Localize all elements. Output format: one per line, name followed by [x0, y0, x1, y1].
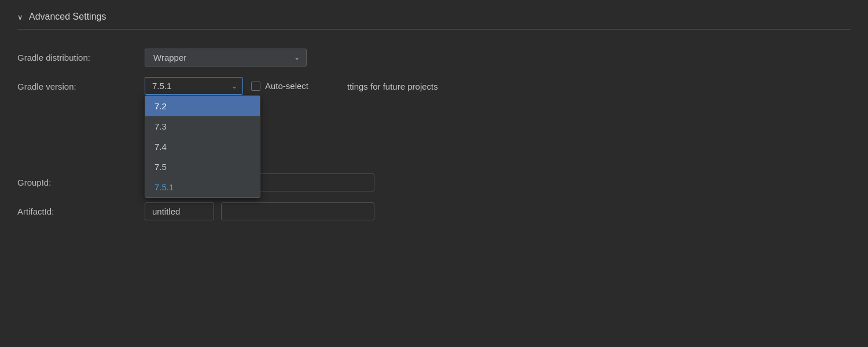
- auto-select-checkbox[interactable]: [251, 82, 260, 91]
- group-id-row: GroupId:: [17, 168, 851, 196]
- dropdown-item-7-2[interactable]: 7.2: [145, 96, 260, 116]
- auto-select-label: Auto-select: [265, 81, 308, 91]
- main-container: ∨ Advanced Settings Gradle distribution:…: [0, 0, 868, 347]
- section-chevron-icon[interactable]: ∨: [17, 13, 23, 21]
- artifact-id-extra-input[interactable]: [221, 202, 374, 220]
- gradle-distribution-row: Gradle distribution: Wrapper Local insta…: [17, 43, 851, 71]
- dropdown-item-7-4[interactable]: 7.4: [145, 136, 260, 157]
- gradle-version-input-wrapper: ⌄: [145, 77, 243, 95]
- save-settings-text: ttings for future projects: [347, 82, 438, 91]
- gradle-distribution-control: Wrapper Local installation Specific vers…: [145, 49, 307, 67]
- form-container: Gradle distribution: Wrapper Local insta…: [17, 43, 851, 225]
- gradle-version-label: Gradle version:: [17, 82, 145, 91]
- save-settings-area: ttings for future projects: [347, 82, 438, 91]
- gradle-version-row: Gradle version: ⌄ Auto-select 7.2: [17, 71, 851, 99]
- dropdown-item-7-3[interactable]: 7.3: [145, 116, 260, 136]
- artifact-id-control: [145, 202, 374, 220]
- group-id-label: GroupId:: [17, 178, 145, 187]
- artifact-id-input[interactable]: [145, 202, 214, 220]
- gradle-version-control: ⌄ Auto-select 7.2 7.3 7.4 7.5 7.5.1: [145, 77, 308, 95]
- artifact-id-label: ArtifactId:: [17, 206, 145, 216]
- auto-select-area: Auto-select: [251, 81, 308, 91]
- dropdown-item-7-5-1[interactable]: 7.5.1: [145, 177, 260, 197]
- section-header: ∨ Advanced Settings: [17, 12, 851, 29]
- section-title: Advanced Settings: [29, 12, 106, 22]
- gradle-distribution-select[interactable]: Wrapper Local installation Specific vers…: [145, 49, 307, 67]
- dropdown-item-7-5[interactable]: 7.5: [145, 157, 260, 177]
- gradle-distribution-label: Gradle distribution:: [17, 53, 145, 62]
- gradle-version-dropdown-popup: 7.2 7.3 7.4 7.5 7.5.1: [145, 95, 260, 198]
- gradle-version-input[interactable]: [145, 77, 243, 95]
- gradle-distribution-dropdown-wrapper: Wrapper Local installation Specific vers…: [145, 49, 307, 67]
- artifact-id-row: ArtifactId:: [17, 197, 851, 225]
